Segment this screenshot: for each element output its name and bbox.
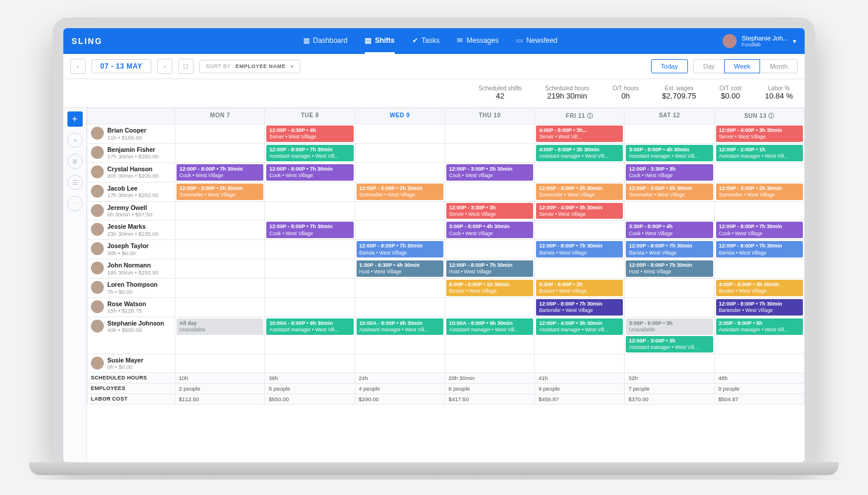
shift-block[interactable]: 12:00P - 3:00P • 2h 30minSommelier • Wes… (357, 184, 443, 200)
shift-block[interactable]: 12:00P - 8:00P • 7h 30minBartender • Wes… (716, 299, 803, 316)
nav-shifts[interactable]: ▤Shifts (365, 28, 394, 54)
location-icon[interactable]: ⌖ (67, 133, 83, 148)
day-cell[interactable] (175, 259, 265, 279)
day-cell[interactable] (175, 221, 265, 240)
day-cell[interactable]: 10:00A - 8:00P • 9h 30minAssistant manag… (445, 317, 534, 354)
day-cell[interactable] (355, 279, 445, 298)
nav-dashboard[interactable]: ▦Dashboard (303, 28, 348, 54)
shift-block[interactable]: 12:00P - 8:00P • 7h 30minCook • West Vil… (177, 164, 263, 181)
day-cell[interactable]: 12:00P - 8:00P • 7h 30minBartender • Wes… (535, 297, 625, 317)
shift-block[interactable]: 12:00P - 8:00P • 7h 30minCook • West Vil… (266, 222, 353, 238)
employee-cell[interactable]: Benjamin Fisher17h 30min • $350.00 (87, 144, 175, 162)
add-shift-button[interactable]: + (67, 111, 83, 127)
shift-block[interactable]: 12:00P - 3:00P • 2h 30minSommelier • Wes… (536, 184, 623, 200)
day-cell[interactable] (714, 259, 804, 279)
shift-block[interactable]: 12:00P - 8:00P • 7h 30minBarista • West … (536, 241, 623, 257)
shift-block[interactable]: 10:00A - 8:00P • 9h 30minAssistant manag… (357, 318, 443, 335)
day-cell[interactable] (175, 124, 265, 144)
day-cell[interactable]: 12:00P - 8:00P • 7h 30minBarista • West … (714, 240, 804, 259)
day-cell[interactable] (265, 297, 355, 317)
prev-week-button[interactable]: ‹ (70, 59, 86, 74)
day-cell[interactable] (175, 297, 265, 317)
day-cell[interactable]: 12:00P - 8:00P • 7h 30minBarista • West … (355, 240, 445, 259)
shift-block[interactable]: 12:00P - 3:00P • 2h 30minCook • West Vil… (446, 164, 533, 181)
employee-cell[interactable]: Susie Mayer0h • $0.00 (87, 354, 175, 373)
day-cell[interactable] (445, 354, 534, 373)
day-cell[interactable] (265, 201, 355, 221)
sort-dropdown[interactable]: SORT BY EMPLOYEE NAME ▾ (199, 60, 300, 73)
day-cell[interactable] (445, 182, 534, 201)
list-icon[interactable]: ≣ (67, 154, 83, 169)
shift-block[interactable]: 10:00A - 8:00P • 9h 30minAssistant manag… (446, 318, 533, 335)
day-cell[interactable]: 3:30P - 8:00P • 4hCook • West Village (625, 221, 714, 240)
day-cell[interactable]: 4:00P - 8:00P • 3h 30minBusser • West Vi… (714, 279, 804, 298)
today-button[interactable]: Today (651, 59, 688, 73)
shift-block[interactable]: 12:00P - 3:30P • 3hServer • West Village (446, 203, 533, 219)
employee-cell[interactable]: Crystal Hanson20h 30min • $205.00 (87, 163, 175, 182)
shift-block[interactable]: 4:00P - 8:00P • 3h 30minAssistant manage… (536, 145, 623, 161)
day-header[interactable]: WED 9 (355, 109, 445, 124)
day-cell[interactable]: 4:00P - 8:00P • 3h...Server • West Vill.… (535, 124, 625, 144)
day-cell[interactable] (535, 162, 625, 182)
day-cell[interactable] (625, 201, 714, 221)
shift-block[interactable]: 3:00P - 8:00P • 4h 30minCook • West Vill… (446, 222, 533, 238)
employee-cell[interactable]: John Normann19h 30min • $292.50 (87, 259, 175, 278)
shift-block[interactable]: 12:00P - 2:00P • 1hAssistant manager • W… (716, 145, 803, 161)
shift-block[interactable]: 12:00P - 8:00P • 7h 30minBarista • West … (716, 241, 803, 257)
shift-block[interactable]: 4:00P - 8:00P • 3h...Server • West Vill.… (536, 126, 623, 142)
day-cell[interactable] (714, 201, 804, 221)
day-cell[interactable] (355, 354, 445, 373)
employee-cell[interactable]: Jacob Lee17h 30min • $262.50 (87, 182, 175, 201)
day-cell[interactable] (535, 221, 625, 240)
day-cell[interactable]: 10:00A - 8:00P • 9h 30minAssistant manag… (355, 317, 445, 354)
day-cell[interactable]: 12:00P - 3:00P • 2h 30minSommelier • Wes… (625, 182, 714, 201)
day-header[interactable]: FRI 11 ⓘ (535, 109, 625, 124)
day-cell[interactable] (445, 297, 534, 317)
employee-cell[interactable]: Stephanie Johnson40h • $800.00 (87, 317, 175, 336)
employee-cell[interactable]: Rose Watson15h • $129.75 (87, 298, 175, 317)
shift-block[interactable]: 12:00P - 4:30P • 4hServer • West Village (266, 126, 353, 142)
day-cell[interactable] (175, 279, 265, 298)
day-cell[interactable]: 1:30P - 6:30P • 4h 30minHost • West Vill… (355, 259, 445, 279)
shift-block[interactable]: 6:00P - 8:00P • 1h 30minBusser • West Vi… (446, 280, 533, 296)
shift-block[interactable]: 12:00P - 3:00P • 2h 30minSommelier • Wes… (177, 184, 263, 200)
day-cell[interactable]: 3:00P - 8:00P • 4h 30minCook • West Vill… (445, 221, 534, 240)
day-cell[interactable] (535, 354, 625, 373)
shift-block[interactable]: 12:00P - 4:00P • 3h 30minAssistant manag… (536, 318, 623, 335)
view-week-button[interactable]: Week (724, 59, 761, 73)
shift-block[interactable]: 12:00P - 3:30P • 3hCook • West Village (626, 164, 713, 181)
nav-tasks[interactable]: ✔Tasks (412, 28, 440, 54)
day-cell[interactable]: 12:00P - 8:00P • 7h 30minAssistant manag… (265, 143, 355, 162)
shift-block[interactable]: 12:00P - 8:00P • 7h 30minHost • West Vil… (626, 260, 713, 277)
shift-block[interactable]: 12:00P - 8:00P • 7h 30minBartender • Wes… (536, 299, 623, 316)
day-cell[interactable]: 12:00P - 3:30P • 3hCook • West Village (625, 162, 714, 182)
day-cell[interactable]: 12:00P - 8:00P • 7h 30minBarista • West … (625, 240, 714, 259)
day-cell[interactable]: 12:00P - 3:30P • 3hServer • West Village (445, 201, 534, 221)
day-header[interactable]: THU 10 (445, 109, 534, 124)
day-cell[interactable] (355, 201, 445, 221)
shift-block[interactable]: 12:00P - 8:00P • 7h 30minCook • West Vil… (266, 164, 353, 181)
day-cell[interactable]: 12:00P - 8:00P • 7h 30minBarista • West … (535, 240, 625, 259)
day-cell[interactable] (355, 124, 445, 144)
shift-block[interactable]: 12:00P - 3:00P • 2h 30minSommelier • Wes… (626, 184, 713, 200)
day-cell[interactable] (265, 279, 355, 298)
day-cell[interactable]: 3:00P - 8:00P • 4h 30minAssistant manage… (625, 143, 714, 162)
nav-messages[interactable]: ✉Messages (457, 28, 499, 54)
view-month-button[interactable]: Month (760, 59, 798, 73)
shift-block[interactable]: 12:00P - 4:00P • 3h 30minServer • West V… (716, 126, 803, 142)
day-cell[interactable]: 6:00P - 8:00P • 1h 30minBusser • West Vi… (445, 279, 534, 298)
day-cell[interactable]: 12:00P - 8:00P • 7h 30minHost • West Vil… (625, 259, 714, 279)
day-cell[interactable] (355, 162, 445, 182)
day-cell[interactable] (355, 297, 445, 317)
day-cell[interactable] (445, 240, 534, 259)
shift-block[interactable]: 1:30P - 6:30P • 4h 30minHost • West Vill… (357, 260, 443, 277)
shift-block[interactable]: 12:00P - 4:00P • 3h 30minServer • West V… (536, 203, 623, 219)
shift-block[interactable]: 3:00P - 6:00P • 3hUnavailable (626, 318, 713, 335)
checkbox-toggle[interactable]: ☐ (178, 59, 194, 74)
day-cell[interactable]: 12:00P - 8:00P • 7h 30minCook • West Vil… (175, 162, 265, 182)
nav-newsfeed[interactable]: ▭Newsfeed (516, 28, 557, 54)
day-cell[interactable] (714, 162, 804, 182)
day-cell[interactable] (535, 259, 625, 279)
shift-block[interactable]: 12:00P - 3:00P • 3hAssistant manager • W… (626, 336, 713, 352)
view-day-button[interactable]: Day (693, 59, 725, 73)
